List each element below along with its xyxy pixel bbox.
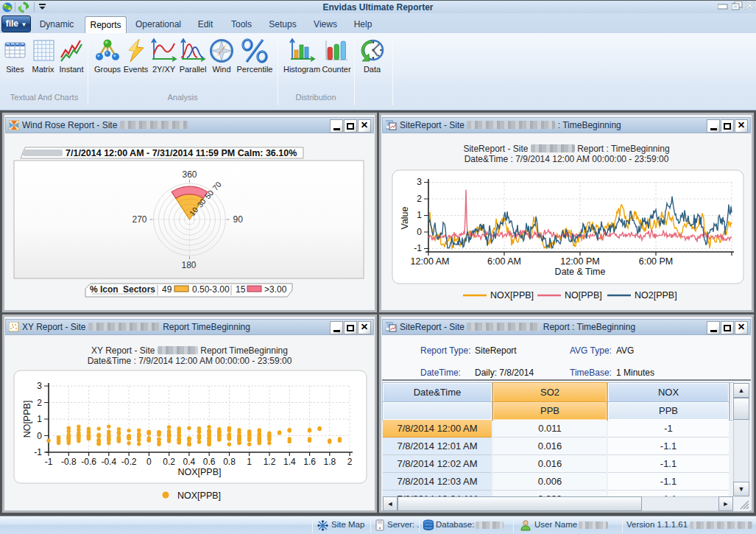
svg-text:360: 360 — [183, 169, 197, 180]
svg-text:-1: -1 — [414, 243, 422, 253]
svg-text:1.6: 1.6 — [303, 457, 316, 467]
svg-text:1.8: 1.8 — [323, 457, 336, 467]
svg-text:1: 1 — [417, 210, 422, 220]
svg-text:-0.4: -0.4 — [101, 457, 116, 467]
svg-text:0.4: 0.4 — [183, 457, 196, 467]
svg-text:12:00 PM: 12:00 PM — [560, 256, 600, 267]
svg-text:-1: -1 — [34, 447, 42, 457]
svg-text:3: 3 — [37, 381, 42, 391]
svg-text:-0.6: -0.6 — [81, 457, 96, 467]
svg-text:1: 1 — [37, 414, 42, 424]
svg-text:NO[PPB]: NO[PPB] — [565, 290, 602, 301]
svg-text:%: % — [90, 284, 98, 295]
svg-text:NO[PPB]: NO[PPB] — [22, 401, 32, 438]
svg-text:NOX[PPB]: NOX[PPB] — [490, 290, 534, 301]
svg-text:Icon: Icon — [100, 284, 119, 295]
svg-text:Sectors: Sectors — [123, 284, 155, 295]
svg-text:49: 49 — [162, 284, 172, 295]
svg-text:0: 0 — [417, 227, 422, 237]
svg-text:NOX[PPB]: NOX[PPB] — [177, 467, 221, 477]
svg-text:12:00 AM: 12:00 AM — [411, 256, 450, 267]
svg-text:270: 270 — [133, 214, 147, 225]
svg-text:2: 2 — [347, 457, 353, 467]
svg-text:1: 1 — [247, 457, 252, 467]
svg-text:180: 180 — [182, 260, 197, 270]
svg-text:1.2: 1.2 — [264, 457, 276, 467]
svg-text:NO2[PPB]: NO2[PPB] — [635, 290, 677, 301]
svg-text:-1: -1 — [45, 457, 53, 467]
svg-text:2: 2 — [37, 398, 42, 408]
svg-text:-0.2: -0.2 — [121, 457, 137, 467]
svg-text:0.6: 0.6 — [203, 457, 216, 467]
svg-text:15: 15 — [236, 284, 246, 295]
svg-text:2: 2 — [417, 194, 422, 204]
svg-text:0.50-3.00: 0.50-3.00 — [192, 284, 230, 295]
svg-text:0: 0 — [146, 457, 152, 467]
svg-text:0.2: 0.2 — [163, 457, 175, 467]
svg-text:0.8: 0.8 — [223, 457, 236, 467]
svg-text:3: 3 — [417, 177, 422, 187]
svg-text:90: 90 — [233, 214, 244, 225]
svg-text:6:00 PM: 6:00 PM — [639, 256, 674, 267]
svg-text:7/1/2014 12:00 AM - 7/31/2014: 7/1/2014 12:00 AM - 7/31/2014 11:59 PM C… — [66, 148, 297, 158]
svg-text:NOX[PPB]: NOX[PPB] — [177, 491, 221, 501]
svg-text:Date & Time: Date & Time — [555, 267, 606, 277]
svg-text:>3.00: >3.00 — [264, 284, 287, 295]
svg-text:0: 0 — [37, 431, 42, 441]
svg-text:-0.8: -0.8 — [61, 457, 77, 467]
svg-text:6:00 AM: 6:00 AM — [487, 256, 521, 267]
svg-text:1.4: 1.4 — [283, 457, 296, 467]
svg-text:Value: Value — [400, 206, 410, 229]
